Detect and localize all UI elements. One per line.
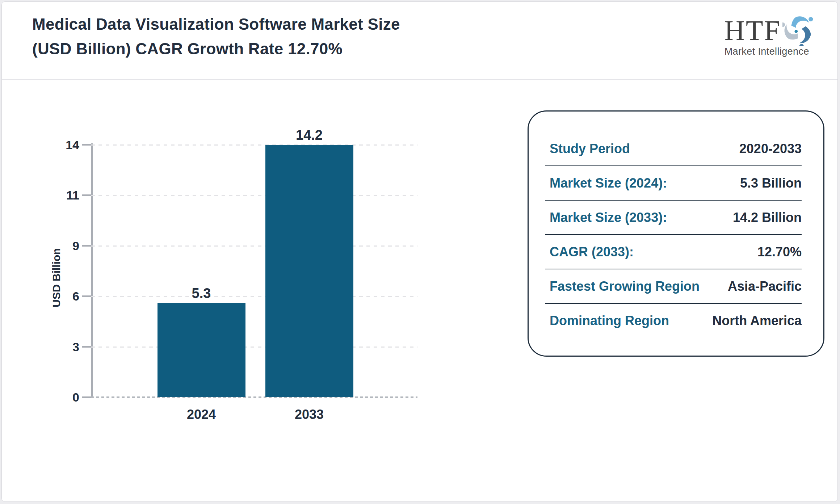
summary-panel: Study Period2020-2033Market Size (2024):… xyxy=(528,110,824,357)
panel-row: Fastest Growing RegionAsia-Pacific xyxy=(545,269,802,304)
gridline xyxy=(91,144,417,146)
y-axis-line xyxy=(91,143,93,398)
y-tick-label: 3 xyxy=(45,339,79,355)
panel-row-value: North America xyxy=(712,313,802,328)
y-tick-mark xyxy=(82,295,91,297)
panel-row-value: 5.3 Billion xyxy=(740,176,802,191)
panel-row-label: CAGR (2033): xyxy=(545,244,634,260)
y-tick-mark xyxy=(82,194,91,196)
gridline xyxy=(91,296,417,297)
bar-value-label: 5.3 xyxy=(158,285,245,302)
panel-row-label: Market Size (2024): xyxy=(545,176,667,191)
bar xyxy=(265,145,353,397)
y-tick-mark xyxy=(82,245,91,247)
panel-row: Market Size (2024):5.3 Billion xyxy=(545,166,802,201)
panel-row-value: Asia-Pacific xyxy=(728,279,802,294)
panel-row-value: 2020-2033 xyxy=(739,141,802,156)
y-tick-mark xyxy=(82,396,91,398)
y-tick-label: 14 xyxy=(45,137,79,153)
bar xyxy=(158,303,245,397)
x-axis-baseline xyxy=(91,396,417,398)
y-tick-label: 0 xyxy=(45,389,79,405)
y-tick-label: 11 xyxy=(45,187,79,203)
y-tick-label: 9 xyxy=(45,238,79,254)
bar-value-label: 14.2 xyxy=(265,127,353,143)
y-tick-mark xyxy=(82,144,91,146)
panel-row: Study Period2020-2033 xyxy=(545,132,802,166)
x-tick-label: 2024 xyxy=(158,407,245,423)
panel-row-value: 12.70% xyxy=(757,244,802,260)
gridline xyxy=(91,245,417,247)
gridline xyxy=(91,195,417,196)
gridline xyxy=(91,346,417,348)
panel-row-label: Study Period xyxy=(545,141,630,156)
x-tick-label: 2033 xyxy=(265,407,353,423)
y-axis-title: USD Billion xyxy=(50,205,65,350)
panel-row-value: 14.2 Billion xyxy=(733,210,802,225)
y-tick-mark xyxy=(82,346,91,348)
panel-row-label: Market Size (2033): xyxy=(545,210,667,225)
panel-row: Dominating RegionNorth America xyxy=(545,304,802,337)
panel-row: Market Size (2033):14.2 Billion xyxy=(545,201,802,235)
panel-row-label: Fastest Growing Region xyxy=(545,279,700,294)
panel-row: CAGR (2033):12.70% xyxy=(545,235,802,269)
panel-row-label: Dominating Region xyxy=(545,313,669,328)
report-card: Medical Data Visualization Software Mark… xyxy=(1,1,838,502)
y-tick-label: 6 xyxy=(45,288,79,304)
